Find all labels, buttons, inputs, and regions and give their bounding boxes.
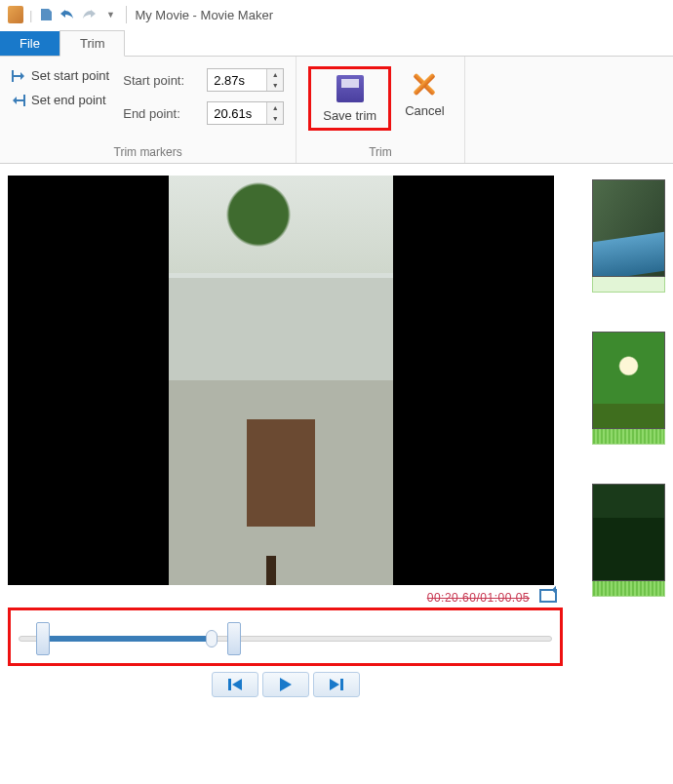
end-point-spinner[interactable]: ▲ ▼ [207, 101, 284, 125]
cancel-label: Cancel [405, 103, 444, 119]
group-trim: Save trim Cancel Trim [297, 57, 464, 163]
save-trim-button[interactable]: Save trim [315, 71, 384, 126]
video-preview[interactable] [8, 176, 554, 585]
clip-image [592, 332, 665, 429]
ribbon: Set start point Set end point Start poin… [0, 57, 673, 164]
start-point-down[interactable]: ▼ [267, 80, 283, 91]
save-trim-label: Save trim [323, 108, 376, 124]
slider-fill [40, 636, 216, 642]
start-point-icon [12, 70, 25, 82]
group-trim-markers: Set start point Set end point Start poin… [0, 57, 297, 163]
clip-image [592, 179, 665, 277]
trim-end-handle[interactable] [227, 622, 241, 655]
ribbon-tabs: File Trim [0, 29, 673, 57]
highlight-save-trim: Save trim [308, 66, 391, 131]
workspace: 00:20.60/01:00.05 [0, 164, 673, 709]
next-frame-button[interactable] [313, 672, 360, 697]
transport-controls [8, 672, 563, 697]
start-point-label: Start point: [123, 73, 199, 88]
set-start-label: Set start point [31, 68, 109, 83]
save-icon[interactable] [38, 7, 54, 22]
title-bar: | ▼ My Movie - Movie Maker [0, 0, 673, 29]
set-start-point-button[interactable]: Set start point [12, 68, 109, 83]
undo-icon[interactable] [59, 7, 75, 22]
start-point-up[interactable]: ▲ [267, 69, 283, 80]
svg-rect-2 [228, 679, 231, 690]
divider [126, 6, 127, 23]
video-frame-image [169, 176, 393, 585]
end-point-label: End point: [123, 106, 199, 121]
timestamp: 00:20.60/01:00.05 [427, 591, 530, 605]
play-button[interactable] [262, 672, 309, 697]
end-point-input[interactable] [208, 104, 266, 123]
highlight-trim-slider [8, 608, 563, 666]
group-label-markers: Trim markers [12, 145, 284, 159]
start-point-spinner[interactable]: ▲ ▼ [207, 68, 284, 92]
redo-icon[interactable] [81, 7, 97, 22]
playhead-handle[interactable] [206, 630, 218, 647]
svg-rect-3 [340, 679, 343, 690]
clip-audio-strip [592, 277, 665, 293]
app-icon [8, 7, 23, 22]
set-end-point-button[interactable]: Set end point [12, 93, 109, 107]
cancel-button[interactable]: Cancel [397, 66, 452, 121]
clip-thumbnail[interactable] [592, 332, 665, 445]
prev-frame-button[interactable] [212, 672, 258, 697]
end-point-down[interactable]: ▼ [267, 113, 283, 124]
svg-rect-1 [23, 95, 25, 106]
fullscreen-icon[interactable] [539, 589, 557, 606]
trim-slider[interactable] [19, 620, 552, 655]
group-label-trim: Trim [308, 145, 452, 159]
clip-audio-strip [592, 429, 665, 445]
tab-file[interactable]: File [0, 31, 59, 56]
cancel-icon [409, 68, 440, 99]
clip-image [592, 484, 665, 581]
preview-panel: 00:20.60/01:00.05 [8, 176, 563, 697]
start-point-input[interactable] [208, 71, 266, 90]
separator: | [29, 8, 32, 22]
qat-dropdown-icon[interactable]: ▼ [102, 7, 118, 22]
clip-thumbnail[interactable] [592, 484, 665, 597]
set-end-label: Set end point [31, 93, 106, 107]
save-trim-icon [335, 73, 366, 104]
end-point-icon [12, 95, 25, 106]
svg-rect-0 [12, 70, 14, 82]
window-title: My Movie - Movie Maker [135, 8, 273, 22]
quick-access-toolbar: | ▼ [8, 7, 118, 22]
storyboard [592, 176, 665, 697]
clip-audio-strip [592, 581, 665, 597]
tab-trim[interactable]: Trim [59, 30, 126, 57]
end-point-up[interactable]: ▲ [267, 102, 283, 113]
trim-start-handle[interactable] [36, 622, 50, 655]
clip-thumbnail[interactable] [592, 179, 665, 293]
